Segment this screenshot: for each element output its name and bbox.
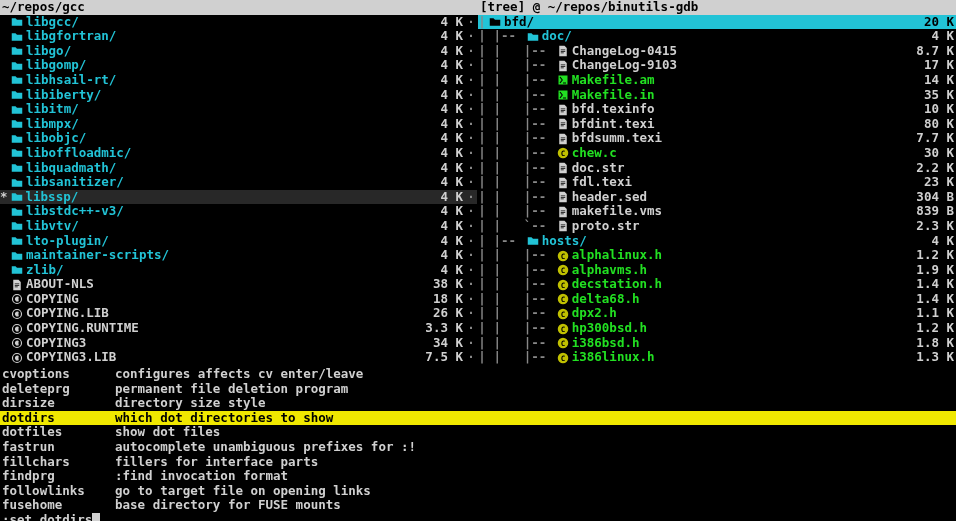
list-item[interactable]: | | |-- fdl.texi23 K [478, 175, 956, 190]
list-item[interactable]: COPYING334 K· [0, 336, 477, 351]
item-size: 35 K [924, 88, 956, 103]
item-name: lto-plugin/ [26, 234, 440, 249]
item-name: libquadmath/ [26, 161, 440, 176]
item-size: 4 K [440, 175, 465, 190]
completion-item[interactable]: findprg:find invocation format [0, 469, 956, 484]
list-item[interactable]: libsanitizer/4 K· [0, 175, 477, 190]
item-name: libmpx/ [26, 117, 440, 132]
list-item[interactable]: |bfd/20 K [478, 15, 956, 30]
list-item[interactable]: libmpx/4 K· [0, 117, 477, 132]
list-item[interactable]: | | |-- bfdsumm.texi7.7 K [478, 131, 956, 146]
option-name: findprg [0, 469, 115, 484]
right-pane[interactable]: |bfd/20 K| |-- doc/4 K| | |-- ChangeLog-… [478, 15, 956, 365]
list-item[interactable]: libgfortran/4 K· [0, 29, 477, 44]
folder-icon [8, 131, 26, 146]
list-item[interactable]: | | |-- bfdint.texi80 K [478, 117, 956, 132]
c-icon [554, 146, 572, 161]
list-item[interactable]: libiberty/4 K· [0, 88, 477, 103]
completion-item[interactable]: cvoptionsconfigures affects cv enter/lea… [0, 367, 956, 382]
list-item[interactable]: lto-plugin/4 K· [0, 234, 477, 249]
command-line[interactable]: :set dotdirs [0, 513, 956, 521]
tree-branch: | |-- [486, 161, 554, 176]
left-pane[interactable]: libgcc/4 K·libgfortran/4 K·libgo/4 K·lib… [0, 15, 478, 365]
list-item[interactable]: | | |-- makefile.vms839 B [478, 204, 956, 219]
list-item[interactable]: COPYING18 K· [0, 292, 477, 307]
folder-icon [8, 234, 26, 249]
list-item[interactable]: | | |-- delta68.h1.4 K [478, 292, 956, 307]
list-item[interactable]: libstdc++-v3/4 K· [0, 204, 477, 219]
completion-item[interactable]: dotfilesshow dot files [0, 425, 956, 440]
option-desc: autocomplete unambiguous prefixes for :! [115, 440, 956, 455]
list-item[interactable]: | | |-- Makefile.in35 K [478, 88, 956, 103]
folder-icon [8, 15, 26, 30]
list-item[interactable]: | | `-- proto.str2.3 K [478, 219, 956, 234]
list-item[interactable]: | | |-- i386bsd.h1.8 K [478, 336, 956, 351]
tree-branch: | |-- [486, 263, 554, 278]
list-item[interactable]: | | |-- decstation.h1.4 K [478, 277, 956, 292]
list-item[interactable]: libhsail-rt/4 K· [0, 73, 477, 88]
list-item[interactable]: libitm/4 K· [0, 102, 477, 117]
list-item[interactable]: COPYING.LIB26 K· [0, 306, 477, 321]
option-desc: go to target file on opening links [115, 484, 956, 499]
list-item[interactable]: | | |-- dpx2.h1.1 K [478, 306, 956, 321]
c-icon [554, 321, 572, 336]
folder-icon [8, 102, 26, 117]
completion-item[interactable]: dotdirswhich dot directories to show [0, 411, 956, 426]
list-item[interactable]: | |-- hosts/4 K [478, 234, 956, 249]
option-name: fusehome [0, 498, 115, 513]
list-item[interactable]: libvtv/4 K· [0, 219, 477, 234]
pane-divider: | [478, 15, 486, 30]
list-item[interactable]: *libssp/4 K· [0, 190, 477, 205]
pane-divider: | [478, 248, 486, 263]
dot: · [465, 321, 477, 336]
tree-branch: | |-- [486, 131, 554, 146]
list-item[interactable]: | | |-- Makefile.am14 K [478, 73, 956, 88]
list-item[interactable]: ABOUT-NLS38 K· [0, 277, 477, 292]
list-item[interactable]: | | |-- alphalinux.h1.2 K [478, 248, 956, 263]
list-item[interactable]: | | |-- i386linux.h1.3 K [478, 350, 956, 365]
item-name: makefile.vms [572, 204, 917, 219]
list-item[interactable]: libgcc/4 K· [0, 15, 477, 30]
item-name: bfd/ [504, 15, 924, 30]
folder-icon [8, 117, 26, 132]
pane-divider: | [478, 44, 486, 59]
folder-icon [524, 234, 542, 249]
option-desc: configures affects cv enter/leave [115, 367, 956, 382]
copy-icon [8, 306, 26, 321]
list-item[interactable]: | | |-- doc.str2.2 K [478, 161, 956, 176]
list-item[interactable]: zlib/4 K· [0, 263, 477, 278]
list-item[interactable]: | | |-- hp300bsd.h1.2 K [478, 321, 956, 336]
completion-item[interactable]: fillcharsfillers for interface parts [0, 455, 956, 470]
list-item[interactable]: | | |-- ChangeLog-910317 K [478, 58, 956, 73]
completion-item[interactable]: fusehomebase directory for FUSE mounts [0, 498, 956, 513]
title-left-path: ~/repos/gcc [2, 0, 85, 14]
completion-item[interactable]: fastrunautocomplete unambiguous prefixes… [0, 440, 956, 455]
item-size: 4 K [440, 146, 465, 161]
item-name: libitm/ [26, 102, 440, 117]
list-item[interactable]: | | |-- alphavms.h1.9 K [478, 263, 956, 278]
list-item[interactable]: libgo/4 K· [0, 44, 477, 59]
list-item[interactable]: | | |-- header.sed304 B [478, 190, 956, 205]
list-item[interactable]: | | |-- ChangeLog-04158.7 K [478, 44, 956, 59]
tree-branch: | |-- [486, 190, 554, 205]
list-item[interactable]: | | |-- chew.c30 K [478, 146, 956, 161]
dot: · [465, 190, 477, 205]
list-item[interactable]: | |-- doc/4 K [478, 29, 956, 44]
list-item[interactable]: liboffloadmic/4 K· [0, 146, 477, 161]
item-size: 20 K [924, 15, 956, 30]
list-item[interactable]: libquadmath/4 K· [0, 161, 477, 176]
list-item[interactable]: COPYING3.LIB7.5 K· [0, 350, 477, 365]
item-name: libhsail-rt/ [26, 73, 440, 88]
completion-item[interactable]: dirsizedirectory size style [0, 396, 956, 411]
list-item[interactable]: libobjc/4 K· [0, 131, 477, 146]
completion-item[interactable]: followlinksgo to target file on opening … [0, 484, 956, 499]
item-size: 2.2 K [916, 161, 956, 176]
list-item[interactable]: maintainer-scripts/4 K· [0, 248, 477, 263]
list-item[interactable]: | | |-- bfd.texinfo10 K [478, 102, 956, 117]
item-size: 4 K [440, 15, 465, 30]
item-size: 1.4 K [916, 292, 956, 307]
list-item[interactable]: libgomp/4 K· [0, 58, 477, 73]
list-item[interactable]: COPYING.RUNTIME3.3 K· [0, 321, 477, 336]
option-name: dotdirs [0, 411, 115, 426]
completion-item[interactable]: deleteprgpermanent file deletion program [0, 382, 956, 397]
